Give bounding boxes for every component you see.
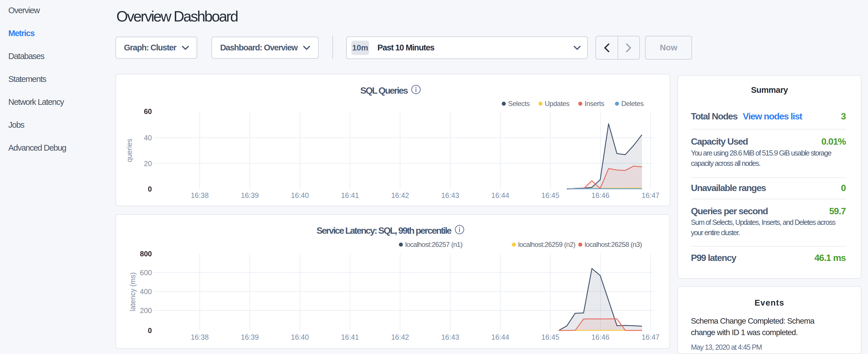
svg-text:16:40: 16:40 (291, 191, 309, 199)
svg-text:16:39: 16:39 (241, 333, 259, 341)
svg-text:600: 600 (140, 269, 152, 277)
svg-text:16:40: 16:40 (291, 333, 309, 341)
svg-text:latency (ms): latency (ms) (129, 272, 137, 311)
svg-text:16:44: 16:44 (492, 191, 509, 199)
svg-text:0: 0 (148, 326, 152, 334)
svg-text:16:41: 16:41 (341, 191, 359, 199)
svg-text:16:39: 16:39 (241, 191, 259, 199)
svg-text:queries: queries (125, 139, 133, 162)
svg-text:16:42: 16:42 (391, 191, 409, 199)
svg-text:60: 60 (144, 107, 152, 116)
svg-text:16:45: 16:45 (541, 191, 559, 199)
svg-text:16:46: 16:46 (591, 191, 610, 199)
svg-text:400: 400 (140, 288, 152, 296)
svg-text:16:42: 16:42 (391, 333, 409, 341)
svg-text:200: 200 (140, 307, 152, 315)
svg-text:16:46: 16:46 (591, 333, 610, 341)
svg-text:16:38: 16:38 (191, 333, 209, 341)
svg-text:800: 800 (140, 250, 152, 258)
svg-text:16:47: 16:47 (642, 333, 660, 341)
svg-text:20: 20 (144, 160, 152, 167)
svg-text:16:47: 16:47 (642, 191, 660, 199)
svg-text:16:45: 16:45 (541, 333, 559, 341)
svg-text:16:44: 16:44 (492, 333, 509, 341)
svg-text:40: 40 (144, 134, 152, 142)
svg-text:16:41: 16:41 (341, 333, 359, 341)
svg-text:0: 0 (148, 185, 152, 193)
svg-text:16:43: 16:43 (441, 333, 459, 341)
svg-text:16:43: 16:43 (441, 191, 459, 199)
svg-text:16:38: 16:38 (191, 191, 209, 199)
